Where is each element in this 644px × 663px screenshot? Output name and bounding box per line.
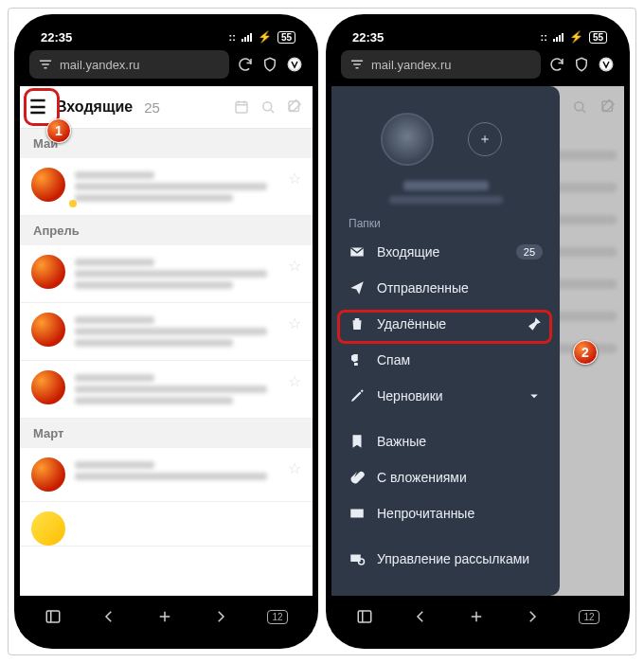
site-settings-icon [37,56,54,73]
add-account-button[interactable]: ＋ [468,122,502,156]
tab-count[interactable]: 12 [579,610,599,624]
status-time: 22:35 [352,30,384,45]
mail-item[interactable]: ☆ [20,448,313,502]
status-indicators: :: ⚡ 55 [541,30,607,44]
back-icon[interactable] [100,608,117,625]
browser-url-bar: mail.yandex.ru [331,48,624,86]
star-icon[interactable]: ☆ [288,257,301,275]
section-header: Март [20,419,313,448]
url-text: mail.yandex.ru [371,58,452,72]
section-header: Апрель [20,216,313,245]
folder-sent[interactable]: Отправленные [331,270,560,306]
panels-icon[interactable] [45,608,62,625]
sender-avatar [31,168,65,202]
manage-subscriptions[interactable]: Управление рассылками [331,541,560,577]
status-indicators: :: ⚡ 55 [229,30,295,44]
svg-point-0 [288,58,301,71]
bookmark-icon [349,433,366,450]
sender-avatar [31,370,65,404]
sender-avatar [31,511,65,546]
svg-rect-1 [236,102,247,113]
filter-unread[interactable]: Непрочитанные [331,495,560,531]
unread-dot [69,200,77,207]
mail-item[interactable] [20,502,313,547]
forward-icon[interactable] [524,608,541,625]
spam-icon [349,351,366,368]
chevron-down-icon [526,387,543,404]
new-tab-icon[interactable] [468,608,485,625]
shield-icon[interactable] [261,56,278,73]
search-icon[interactable] [259,99,277,116]
forward-icon[interactable] [212,608,229,625]
url-field[interactable]: mail.yandex.ru [29,50,229,79]
mail-inbox-view: ☰ Входящие 25 1 Май [20,86,313,596]
reload-icon[interactable] [548,56,565,73]
svg-point-5 [599,58,613,71]
callout-badge-1: 1 [46,118,71,143]
sender-avatar [31,457,65,492]
status-bar: 22:35 :: ⚡ 55 [331,26,624,48]
folder-inbox[interactable]: Входящие 25 [331,234,560,270]
filter-important[interactable]: Важные [331,423,560,459]
status-time: 22:35 [41,30,72,45]
svg-rect-9 [359,611,372,622]
browser-bottom-bar: 12 [20,596,313,637]
battery-indicator: 55 [277,31,295,44]
site-settings-icon [349,56,366,73]
profile-avatar[interactable] [381,113,434,166]
sender-avatar [31,255,65,289]
star-icon[interactable]: ☆ [288,170,301,188]
folder-drafts[interactable]: Черновики [331,378,560,414]
back-icon[interactable] [412,608,429,625]
status-bar: 22:35 :: ⚡ 55 [20,26,313,48]
mail-item[interactable]: ☆ [20,245,313,303]
battery-indicator: 55 [589,31,607,44]
mail-item[interactable]: ☆ [20,158,313,216]
mail-drawer-view: ＋ Папки Входящие 25 Отправленные Удалённ… [331,86,624,596]
nav-drawer: ＋ Папки Входящие 25 Отправленные Удалённ… [331,86,560,596]
highlight-trash [337,310,552,344]
drawer-section-label: Папки [331,217,560,234]
phone-right: 22:35 :: ⚡ 55 mail.yandex.ru [326,14,630,649]
vivaldi-icon[interactable] [598,56,615,73]
calendar-icon[interactable] [233,99,250,116]
star-icon[interactable]: ☆ [288,459,301,477]
sent-icon [349,279,366,296]
browser-bottom-bar: 12 [331,596,624,637]
manage-icon [349,550,366,567]
shield-icon[interactable] [573,56,590,73]
svg-point-2 [263,102,272,111]
profile-email-blur [389,196,503,204]
inbox-badge: 25 [516,244,543,260]
mail-item[interactable]: ☆ [20,303,313,361]
folder-count: 25 [144,99,160,116]
inbox-icon [349,243,366,260]
reload-icon[interactable] [237,56,254,73]
url-text: mail.yandex.ru [60,58,140,72]
profile-row: ＋ [331,99,560,179]
compose-icon[interactable] [286,99,303,116]
drafts-icon [349,387,366,404]
folder-spam[interactable]: Спам [331,342,560,378]
phone-left: 22:35 :: ⚡ 55 mail.yandex.ru [14,14,318,649]
filter-attachments[interactable]: С вложениями [331,459,560,495]
browser-url-bar: mail.yandex.ru [20,48,313,86]
profile-name-blur [403,181,489,190]
svg-rect-4 [47,611,61,622]
new-tab-icon[interactable] [156,608,173,625]
star-icon[interactable]: ☆ [288,314,301,332]
url-field[interactable]: mail.yandex.ru [341,50,541,79]
mail-item[interactable]: ☆ [20,361,313,419]
callout-badge-2: 2 [573,340,598,365]
folder-title: Входящие [56,99,133,116]
star-icon[interactable]: ☆ [288,372,301,390]
vivaldi-icon[interactable] [286,56,303,73]
sender-avatar [31,313,65,347]
tab-count[interactable]: 12 [267,610,287,624]
unread-icon [349,505,366,522]
panels-icon[interactable] [356,608,373,625]
paperclip-icon [349,469,366,486]
